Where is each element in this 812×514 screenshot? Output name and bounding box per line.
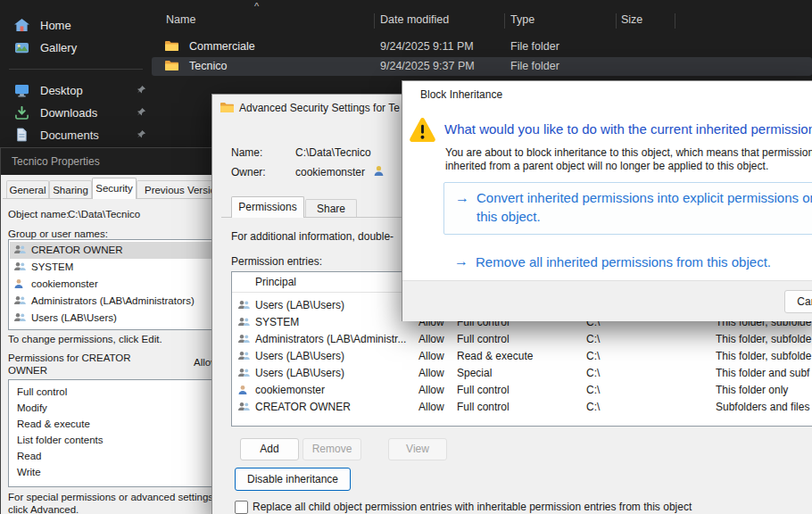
cell-inherited-from: C:\ <box>586 401 600 413</box>
name-label: Name: <box>231 146 262 159</box>
add-button[interactable]: Add <box>240 438 299 460</box>
block-inheritance-dialog: Block Inheritance What would you like to… <box>402 80 812 321</box>
sidebar-item-documents[interactable]: Documents <box>5 124 153 145</box>
owner-value: cookiemonster <box>295 166 365 178</box>
downloads-icon <box>12 104 30 120</box>
file-date-modified: 9/24/2025 9:11 PM <box>380 40 474 53</box>
permission-item[interactable]: Modify <box>10 400 228 417</box>
column-divider[interactable] <box>504 13 505 29</box>
cell-type: Allow <box>418 367 444 379</box>
column-header-name[interactable]: Name <box>166 13 195 26</box>
list-item-administrators[interactable]: Administrators (LAB\Administrators) <box>10 293 228 310</box>
permission-label: List folder contents <box>17 435 104 445</box>
permission-item[interactable]: Full control <box>10 384 228 401</box>
tab-permissions[interactable]: Permissions <box>231 196 304 218</box>
file-row-commerciale[interactable]: Commerciale 9/24/2025 9:11 PM File folde… <box>152 37 812 56</box>
cell-access: Read & execute <box>457 350 533 362</box>
convert-permissions-command-link[interactable]: → Convert inherited permissions into exp… <box>443 182 812 235</box>
cell-inherited-from: C:\ <box>586 367 600 379</box>
permission-label: Modify <box>17 402 47 413</box>
sidebar-item-downloads[interactable]: Downloads <box>5 102 153 123</box>
list-item-cookiemonster[interactable]: cookiemonster <box>10 276 228 293</box>
sidebar-item-home[interactable]: Home <box>5 14 153 36</box>
cell-principal: cookiemonster <box>255 384 416 396</box>
group-name: Administrators (LAB\Administrators) <box>31 295 195 306</box>
warning-icon <box>408 115 437 147</box>
replace-permissions-label: Replace all child object permission entr… <box>253 501 692 513</box>
table-row[interactable]: cookiemonster Allow Full control C:\ Thi… <box>232 382 812 399</box>
permission-item[interactable]: Read <box>10 448 228 465</box>
cancel-button[interactable]: Cancel <box>784 290 812 313</box>
home-icon <box>12 17 30 33</box>
remove-permissions-command-link[interactable]: → Remove all inherited permissions from … <box>443 249 812 272</box>
table-row[interactable]: Administrators (LAB\Administr... Allow F… <box>232 331 812 348</box>
column-divider[interactable] <box>675 13 675 29</box>
block-dialog-footer: Cancel <box>402 280 812 321</box>
column-header-size[interactable]: Size <box>621 13 642 26</box>
group-icon <box>13 245 26 257</box>
group-icon <box>13 261 26 274</box>
convert-permissions-line1: Convert inherited permissions into expli… <box>476 190 812 205</box>
cell-type: Allow <box>418 333 444 345</box>
file-date-modified: 9/24/2025 9:37 PM <box>380 60 475 72</box>
tab-general[interactable]: General <box>6 180 49 199</box>
pin-icon <box>137 128 146 142</box>
sidebar-item-desktop[interactable]: Desktop <box>5 79 153 101</box>
sidebar-item-label: Downloads <box>40 106 97 120</box>
group-user-names-list[interactable]: CREATOR OWNER SYSTEM cookiemonster Admin… <box>8 239 229 330</box>
permission-item[interactable]: Read & execute <box>10 416 228 433</box>
remove-button[interactable]: Remove <box>302 438 361 460</box>
command-arrow-icon: → <box>455 190 469 206</box>
column-divider[interactable] <box>616 13 617 29</box>
cell-access: Full control <box>457 401 510 413</box>
tab-security[interactable]: Security <box>92 178 137 199</box>
column-header-date-modified[interactable]: Date modified <box>380 13 449 26</box>
table-row[interactable]: Users (LAB\Users) Allow Special C:\ This… <box>232 365 812 382</box>
sort-ascending-icon[interactable]: ^ <box>254 1 259 12</box>
column-divider[interactable] <box>374 13 375 29</box>
permission-label: Full control <box>17 386 67 397</box>
owner-label: Owner: <box>231 166 266 178</box>
desktop-screenshot: Home Gallery Desktop Downloads <box>0 0 812 514</box>
list-item-users[interactable]: Users (LAB\Users) <box>10 310 228 327</box>
table-row[interactable]: Users (LAB\Users) Allow Read & execute C… <box>232 348 812 365</box>
name-value: C:\Data\Tecnico <box>295 146 371 159</box>
properties-titlebar[interactable]: Tecnico Properties <box>1 148 230 175</box>
disable-inheritance-button[interactable]: Disable inheritance <box>235 468 351 491</box>
view-button[interactable]: View <box>388 438 447 460</box>
column-header-type[interactable]: Type <box>510 13 534 26</box>
column-header-principal[interactable]: Principal <box>255 276 296 288</box>
cell-inherited-from: C:\ <box>586 384 600 396</box>
replace-permissions-checkbox[interactable] <box>235 501 248 514</box>
group-icon <box>237 334 250 347</box>
permission-item[interactable]: List folder contents <box>10 432 228 449</box>
list-item-system[interactable]: SYSTEM <box>10 259 228 276</box>
advanced-title: Advanced Security Settings for Te <box>239 102 400 114</box>
cell-access: Special <box>457 367 492 379</box>
permission-item[interactable]: Write <box>10 464 228 481</box>
cell-type: Allow <box>418 401 444 413</box>
tab-sharing[interactable]: Sharing <box>49 180 92 199</box>
list-item-creator-owner[interactable]: CREATOR OWNER <box>10 242 228 259</box>
sidebar-item-label: Gallery <box>40 41 77 54</box>
cell-applies-to: Subfolders and files <box>716 401 809 413</box>
group-icon <box>237 351 250 364</box>
tab-share[interactable]: Share <box>305 199 357 218</box>
group-icon <box>237 368 250 381</box>
permission-label: Write <box>17 467 41 477</box>
block-dialog-heading: What would you like to do with the curre… <box>444 121 812 137</box>
properties-title: Tecnico Properties <box>12 155 100 168</box>
cell-inherited-from: C:\ <box>586 350 600 362</box>
sidebar-item-gallery[interactable]: Gallery <box>5 37 153 58</box>
cell-applies-to: This folder, subfolde <box>716 350 811 362</box>
sidebar-item-label: Documents <box>40 128 99 142</box>
block-dialog-body-line2: inherited from a parent object will no l… <box>445 160 768 172</box>
permissions-list[interactable]: Full control Modify Read & execute List … <box>8 379 229 487</box>
cell-access: Full control <box>457 333 510 345</box>
cell-type: Allow <box>418 384 444 396</box>
table-row[interactable]: CREATOR OWNER Allow Full control C:\ Sub… <box>232 399 812 416</box>
group-name: cookiemonster <box>31 278 98 289</box>
cell-access: Full control <box>457 384 510 396</box>
file-row-tecnico[interactable]: Tecnico 9/24/2025 9:37 PM File folder <box>152 57 812 76</box>
permission-label: Read <box>17 451 42 461</box>
